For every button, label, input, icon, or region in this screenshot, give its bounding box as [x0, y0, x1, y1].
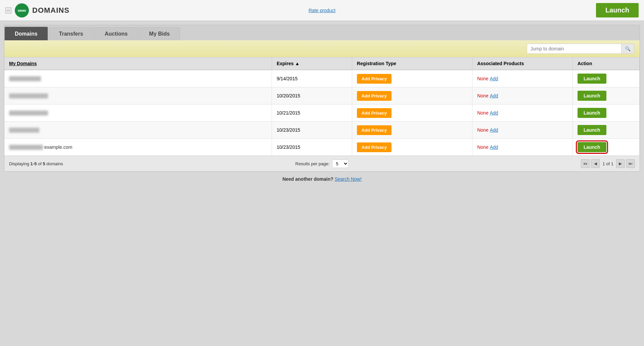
rate-product-link[interactable]: Rate product [309, 8, 335, 13]
cell-expires-2: 10/20/2015 [272, 87, 352, 104]
footer-displaying: Displaying 1-5 of 5 domains [9, 161, 63, 166]
main-content: Domains Transfers Auctions My Bids 🔍 [0, 21, 644, 346]
cell-assoc-5: NoneAdd [472, 139, 573, 156]
footer-pagination: ⏮ ◀ 1 of 1 ▶ ⏭ [581, 159, 635, 168]
displaying-prefix: Displaying [9, 161, 31, 166]
assoc-none-label: None [477, 110, 488, 116]
header-left: — www DOMAINS [5, 3, 217, 17]
domain-blurred: mydomain1.com [9, 76, 41, 81]
cell-domain-1: mydomain1.com [4, 70, 272, 87]
table-header: My Domains Expires ▲ Registration Type A… [4, 57, 640, 70]
displaying-range: 1-5 [31, 161, 37, 166]
cell-expires-4: 10/23/2015 [272, 122, 352, 139]
row-launch-button[interactable]: Launch [578, 74, 606, 84]
assoc-add-link[interactable]: Add [490, 76, 498, 81]
per-page-select[interactable]: 5 10 25 50 [332, 160, 349, 168]
col-header-regtype: Registration Type [352, 57, 472, 70]
header-launch-button[interactable]: Launch [596, 3, 639, 17]
tab-mybids[interactable]: My Bids [139, 27, 180, 40]
cell-domain-5: mydomainfinal.co example.com [4, 139, 272, 156]
prev-page-icon: ◀ [594, 161, 597, 166]
assoc-none-label: None [477, 127, 488, 133]
row-launch-button[interactable]: Launch [578, 108, 606, 118]
search-icon: 🔍 [625, 46, 631, 51]
domains-table: My Domains Expires ▲ Registration Type A… [4, 57, 640, 156]
search-wrapper: 🔍 [527, 44, 634, 54]
tab-domains[interactable]: Domains [4, 27, 48, 40]
assoc-add-link[interactable]: Add [490, 144, 498, 150]
minimize-icon: — [7, 8, 10, 12]
tab-auctions[interactable]: Auctions [94, 27, 138, 40]
cell-regtype-2: Add Privacy [352, 87, 472, 104]
cell-regtype-1: Add Privacy [352, 70, 472, 87]
col-header-expires[interactable]: Expires ▲ [272, 57, 352, 70]
assoc-add-link[interactable]: Add [490, 127, 498, 133]
table-row: mydomain1.com9/14/2015Add PrivacyNoneAdd… [4, 70, 640, 87]
bottom-note: Need another domain? Search Now! [4, 172, 640, 186]
row-launch-button[interactable]: Launch [578, 142, 606, 152]
assoc-none-label: None [477, 76, 488, 81]
cell-action-1: Launch [572, 70, 639, 87]
first-page-icon: ⏮ [583, 161, 587, 166]
tab-domains-label: Domains [15, 31, 38, 37]
tab-transfers-label: Transfers [59, 31, 83, 37]
cell-domain-3: mydomainthing.com [4, 104, 272, 122]
next-page-button[interactable]: ▶ [616, 159, 625, 168]
table-row: mydomaintest2.com10/20/2015Add PrivacyNo… [4, 87, 640, 104]
app-title: DOMAINS [32, 6, 70, 15]
page-info: 1 of 1 [602, 161, 613, 166]
table-row: mydomainfinal.co example.com10/23/2015Ad… [4, 139, 640, 156]
col-header-domain: My Domains [4, 57, 272, 70]
first-page-button[interactable]: ⏮ [581, 159, 590, 168]
cell-action-5: Launch [572, 139, 639, 156]
cell-expires-1: 9/14/2015 [272, 70, 352, 87]
add-privacy-button[interactable]: Add Privacy [357, 125, 392, 135]
displaying-count: 5 [43, 161, 45, 166]
assoc-none-label: None [477, 93, 488, 98]
displaying-of: of [37, 161, 43, 166]
cell-regtype-4: Add Privacy [352, 122, 472, 139]
last-page-icon: ⏭ [629, 161, 633, 166]
footer-per-page: Results per page: 5 10 25 50 [295, 160, 349, 168]
minimize-button[interactable]: — [5, 7, 11, 13]
domain-blurred: mydomainfinal.co [9, 145, 43, 150]
cell-action-2: Launch [572, 87, 639, 104]
add-privacy-button[interactable]: Add Privacy [357, 74, 392, 84]
cell-domain-4: mydomain4.org [4, 122, 272, 139]
cell-assoc-4: NoneAdd [472, 122, 573, 139]
table-row: mydomain4.org10/23/2015Add PrivacyNoneAd… [4, 122, 640, 139]
search-bar: 🔍 [4, 40, 640, 57]
add-privacy-button[interactable]: Add Privacy [357, 108, 392, 118]
cell-action-4: Launch [572, 122, 639, 139]
bottom-note-prefix: Need another domain? [282, 176, 335, 182]
cell-regtype-3: Add Privacy [352, 104, 472, 122]
add-privacy-button[interactable]: Add Privacy [357, 91, 392, 101]
assoc-add-link[interactable]: Add [490, 110, 498, 116]
logo-text: www [18, 8, 26, 12]
row-launch-button[interactable]: Launch [578, 91, 606, 101]
tab-transfers[interactable]: Transfers [49, 27, 94, 40]
row-launch-button[interactable]: Launch [578, 125, 606, 135]
last-page-button[interactable]: ⏭ [626, 159, 635, 168]
displaying-suffix: domains [45, 161, 63, 166]
app-logo: www [15, 3, 29, 17]
search-button[interactable]: 🔍 [621, 44, 634, 53]
col-header-assoc: Associated Products [472, 57, 573, 70]
col-header-action: Action [572, 57, 639, 70]
app-header: — www DOMAINS Rate product Launch [0, 0, 644, 21]
tab-auctions-label: Auctions [105, 31, 128, 37]
domains-panel: Domains Transfers Auctions My Bids 🔍 [4, 25, 640, 172]
prev-page-button[interactable]: ◀ [591, 159, 600, 168]
cell-regtype-5: Add Privacy [352, 139, 472, 156]
cell-domain-2: mydomaintest2.com [4, 87, 272, 104]
assoc-add-link[interactable]: Add [490, 93, 498, 98]
cell-expires-3: 10/21/2015 [272, 104, 352, 122]
domain-display: example.com [44, 144, 72, 150]
cell-assoc-1: NoneAdd [472, 70, 573, 87]
table-footer: Displaying 1-5 of 5 domains Results per … [4, 156, 640, 171]
assoc-none-label: None [477, 144, 488, 150]
add-privacy-button[interactable]: Add Privacy [357, 142, 392, 152]
search-input[interactable] [527, 44, 621, 53]
header-right: Launch [427, 3, 639, 17]
search-now-link[interactable]: Search Now! [335, 176, 362, 182]
